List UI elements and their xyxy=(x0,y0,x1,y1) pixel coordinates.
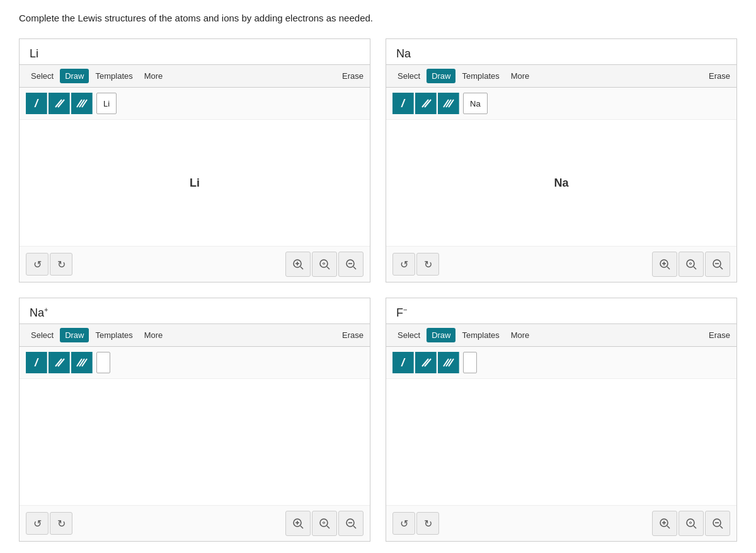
na-panel: Na Select Draw Templates More Erase / Na… xyxy=(386,38,737,282)
svg-point-51 xyxy=(687,519,694,527)
li-templates-button[interactable]: Templates xyxy=(90,69,137,83)
na-plus-erase-button[interactable]: Erase xyxy=(342,330,364,340)
li-zoom-fit-button[interactable] xyxy=(312,252,337,277)
f-minus-triple-bond-button[interactable] xyxy=(438,352,459,373)
na-plus-panel-title: Na+ xyxy=(20,298,370,323)
na-draw-button[interactable]: Draw xyxy=(427,69,455,83)
li-erase-button[interactable]: Erase xyxy=(342,71,364,81)
svg-line-55 xyxy=(720,526,723,528)
na-plus-atom-button[interactable] xyxy=(96,352,110,373)
na-single-bond-button[interactable]: / xyxy=(392,93,414,114)
na-triple-bond-button[interactable] xyxy=(438,93,459,114)
na-plus-draw-button[interactable]: Draw xyxy=(60,328,89,342)
na-plus-undo-button[interactable]: ↺ xyxy=(26,512,49,535)
na-double-bond-button[interactable] xyxy=(415,93,437,114)
na-title-text: Na xyxy=(396,47,411,60)
na-plus-redo-button[interactable]: ↻ xyxy=(50,512,72,535)
li-atom-display: Li xyxy=(190,177,200,190)
f-minus-draw-tools: / xyxy=(386,347,736,379)
svg-line-8 xyxy=(301,267,303,269)
li-triple-bond-button[interactable] xyxy=(71,93,93,114)
li-atom-button[interactable]: Li xyxy=(96,93,117,114)
svg-point-23 xyxy=(687,260,694,267)
li-single-bond-button[interactable]: / xyxy=(26,93,47,114)
na-plus-title-sup: + xyxy=(44,306,48,313)
svg-line-27 xyxy=(720,267,723,269)
na-plus-toolbar: Select Draw Templates More Erase xyxy=(20,323,370,347)
f-minus-canvas[interactable] xyxy=(386,379,736,505)
na-select-button[interactable]: Select xyxy=(392,69,425,83)
li-canvas[interactable]: Li xyxy=(20,120,370,246)
li-zoom-controls xyxy=(285,252,364,277)
li-draw-button[interactable]: Draw xyxy=(60,69,89,83)
f-minus-zoom-out-button[interactable] xyxy=(705,511,730,536)
li-panel: Li Select Draw Templates More Erase / Li… xyxy=(19,38,370,282)
li-bottom-controls: ↺ ↻ xyxy=(20,246,370,282)
na-plus-triple-bond-button[interactable] xyxy=(71,352,93,373)
li-more-button[interactable]: More xyxy=(139,69,168,83)
na-undo-button[interactable]: ↺ xyxy=(392,253,415,276)
f-minus-toolbar: Select Draw Templates More Erase xyxy=(386,323,736,347)
na-plus-panel: Na+ Select Draw Templates More Erase / ↺ xyxy=(19,298,370,542)
li-double-bond-button[interactable] xyxy=(49,93,70,114)
na-plus-more-button[interactable]: More xyxy=(139,328,168,342)
svg-point-37 xyxy=(320,519,328,527)
li-undo-button[interactable]: ↺ xyxy=(26,253,49,276)
svg-line-22 xyxy=(667,267,670,269)
na-atom-button[interactable]: Na xyxy=(463,93,488,114)
li-draw-tools: / Li xyxy=(20,88,370,120)
f-minus-panel-title: F− xyxy=(386,298,736,323)
f-minus-redo-button[interactable]: ↻ xyxy=(416,512,439,535)
f-minus-atom-button[interactable] xyxy=(463,352,477,373)
na-plus-undo-redo: ↺ ↻ xyxy=(26,512,72,535)
na-zoom-in-button[interactable] xyxy=(652,252,677,277)
f-minus-bottom-controls: ↺ ↻ xyxy=(386,505,736,541)
na-plus-single-bond-button[interactable]: / xyxy=(26,352,47,373)
na-plus-zoom-fit-button[interactable] xyxy=(312,511,337,536)
f-minus-templates-button[interactable]: Templates xyxy=(457,328,504,342)
na-atom-display: Na xyxy=(554,177,568,190)
svg-line-24 xyxy=(694,267,696,269)
li-zoom-out-button[interactable] xyxy=(338,252,364,277)
panels-grid: Li Select Draw Templates More Erase / Li… xyxy=(19,38,737,542)
f-minus-panel: F− Select Draw Templates More Erase / ↺ xyxy=(386,298,737,542)
svg-line-38 xyxy=(327,526,329,528)
f-minus-more-button[interactable]: More xyxy=(506,328,535,342)
li-select-button[interactable]: Select xyxy=(26,69,59,83)
na-plus-double-bond-button[interactable] xyxy=(49,352,70,373)
li-zoom-in-button[interactable] xyxy=(285,252,311,277)
f-minus-zoom-fit-button[interactable] xyxy=(679,511,704,536)
svg-line-50 xyxy=(667,526,670,528)
svg-point-9 xyxy=(320,260,328,267)
li-toolbar: Select Draw Templates More Erase xyxy=(20,64,370,88)
f-minus-single-bond-button[interactable]: / xyxy=(392,352,414,373)
na-zoom-fit-button[interactable] xyxy=(679,252,704,277)
na-plus-templates-button[interactable]: Templates xyxy=(90,328,137,342)
f-minus-erase-button[interactable]: Erase xyxy=(709,330,730,340)
li-redo-button[interactable]: ↻ xyxy=(50,253,72,276)
na-plus-canvas[interactable] xyxy=(20,379,370,505)
f-minus-double-bond-button[interactable] xyxy=(415,352,437,373)
na-undo-redo: ↺ ↻ xyxy=(392,253,439,276)
na-erase-button[interactable]: Erase xyxy=(709,71,730,81)
f-minus-select-button[interactable]: Select xyxy=(392,328,425,342)
li-panel-title: Li xyxy=(20,39,370,64)
svg-line-41 xyxy=(353,526,356,528)
na-panel-title: Na xyxy=(386,39,736,64)
na-canvas[interactable]: Na xyxy=(386,120,736,246)
na-zoom-controls xyxy=(652,252,730,277)
f-minus-undo-button[interactable]: ↺ xyxy=(392,512,415,535)
na-templates-button[interactable]: Templates xyxy=(457,69,504,83)
na-plus-zoom-out-button[interactable] xyxy=(338,511,364,536)
na-zoom-out-button[interactable] xyxy=(705,252,730,277)
f-minus-title-sup: − xyxy=(403,306,407,313)
na-redo-button[interactable]: ↻ xyxy=(416,253,439,276)
f-minus-zoom-controls xyxy=(652,511,730,536)
f-minus-draw-button[interactable]: Draw xyxy=(427,328,455,342)
na-more-button[interactable]: More xyxy=(506,69,535,83)
f-minus-zoom-in-button[interactable] xyxy=(652,511,677,536)
f-minus-title-text: F xyxy=(396,306,403,319)
na-plus-zoom-in-button[interactable] xyxy=(285,511,311,536)
na-plus-select-button[interactable]: Select xyxy=(26,328,59,342)
na-plus-bottom-controls: ↺ ↻ xyxy=(20,505,370,541)
